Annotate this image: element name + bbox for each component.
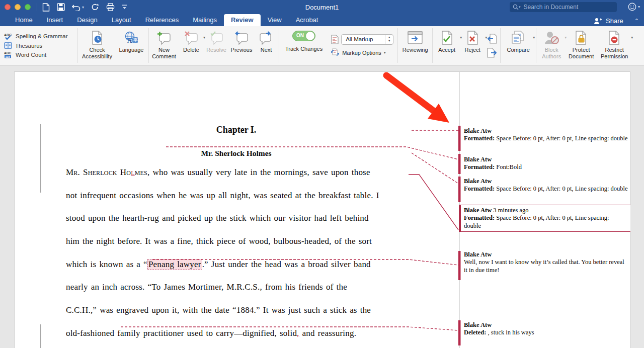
markup-view-stepper-icon[interactable]: ▲▼ <box>385 35 393 44</box>
tab-review[interactable]: Review <box>224 14 261 26</box>
reject-change-icon <box>466 31 478 45</box>
reviewing-pane-button[interactable]: Reviewing <box>399 26 431 65</box>
proofing-group: ABC Spelling & Grammar Thesaurus ABC123 … <box>0 26 76 65</box>
new-comment-button[interactable]: New Comment <box>150 26 178 65</box>
tab-design[interactable]: Design <box>70 14 104 26</box>
search-input[interactable] <box>523 3 600 11</box>
svg-text:A: A <box>127 37 132 44</box>
share-button[interactable]: Share <box>606 17 623 25</box>
restrict-permission-button[interactable]: ▾ Restrict Permission <box>597 26 632 65</box>
previous-comment-button[interactable]: Previous <box>228 26 255 65</box>
revision-type-label: Formatted: <box>464 135 495 142</box>
thesaurus-button[interactable]: Thesaurus <box>4 42 73 49</box>
track-changes-label: Track Changes <box>285 46 323 52</box>
search-icon <box>513 4 519 10</box>
ribbon-review: ABC Spelling & Grammar Thesaurus ABC123 … <box>0 26 644 65</box>
delete-comment-icon <box>184 31 198 45</box>
body-line-6[interactable]: nearly an inch across. “To James Mortime… <box>66 282 347 292</box>
resolve-comment-button[interactable]: Resolve <box>204 26 228 65</box>
tab-layout[interactable]: Layout <box>105 14 138 26</box>
protect-document-button[interactable]: Protect Document <box>566 26 597 65</box>
compare-button[interactable]: ▾ Compare <box>502 26 535 65</box>
delete-comment-button[interactable]: ▾ Delete <box>178 26 204 65</box>
search-scope-caret-icon[interactable]: ▾ <box>519 5 521 9</box>
close-button[interactable] <box>5 4 11 10</box>
undo-icon[interactable]: ▾ <box>72 4 84 11</box>
ribbon-tabs: Home Insert Design Layout References Mai… <box>0 14 644 26</box>
body-line-4[interactable]: him the night before. It was a fine, thi… <box>66 236 372 246</box>
revision-balloon-selected[interactable]: Blake Atw 3 minutes agoFormatted: Space … <box>459 205 630 232</box>
revision-type-label: Deleted: <box>464 329 486 336</box>
revision-author: Blake Atw <box>464 321 492 328</box>
body-line-3[interactable]: stood upon the hearth-rug and picked up … <box>66 213 369 223</box>
markup-group: All Markup ▲▼ Markup Options ▾ <box>328 26 396 65</box>
chapter-heading[interactable]: Chapter I. <box>66 125 407 135</box>
markup-view-select[interactable]: All Markup ▲▼ <box>341 34 393 45</box>
reject-change-button[interactable]: ▾ Reject <box>460 26 485 65</box>
print-icon[interactable] <box>106 3 115 11</box>
language-globe-icon: A字 <box>124 31 138 44</box>
accept-change-button[interactable]: ▾ Accept <box>434 26 460 65</box>
revision-balloon[interactable]: Blake AtwDeleted: , stuck in his ways <box>464 321 629 337</box>
undo-caret-icon[interactable]: ▾ <box>82 5 84 10</box>
check-accessibility-button[interactable]: Check Accessibility <box>79 26 115 65</box>
markup-options-caret-icon[interactable]: ▾ <box>384 50 386 55</box>
tab-view[interactable]: View <box>261 14 289 26</box>
comment-balloon[interactable]: Blake AtwWell, now I want to know why it… <box>464 251 629 274</box>
revision-balloon[interactable]: Blake AtwFormatted: Space Before: 0 pt, … <box>464 178 629 193</box>
protect-document-icon <box>575 31 588 45</box>
body-line-2[interactable]: not infrequent occasions when he was up … <box>66 191 379 201</box>
spelling-grammar-button[interactable]: ABC Spelling & Grammar <box>4 33 73 40</box>
collapse-ribbon-icon[interactable]: ⌃ <box>634 18 639 24</box>
tab-acrobat[interactable]: Acrobat <box>289 14 326 26</box>
window-controls <box>5 4 31 10</box>
block-authors-icon <box>544 31 559 44</box>
revision-balloon[interactable]: Blake AtwFormatted: Space Before: 0 pt, … <box>464 127 629 143</box>
reviewing-pane-icon <box>408 31 423 44</box>
reject-caret-icon[interactable]: ▾ <box>485 35 487 40</box>
word-count-icon: ABC123 <box>4 51 13 58</box>
body-line-8[interactable]: old-fashioned family practitioner used t… <box>66 328 356 338</box>
revision-author: Blake Atw <box>464 156 492 163</box>
search-box[interactable]: ▾ <box>510 2 617 12</box>
next-change-button[interactable] <box>487 48 497 58</box>
save-icon[interactable] <box>57 3 65 11</box>
minimize-button[interactable] <box>15 4 21 10</box>
previous-change-button[interactable] <box>487 34 497 44</box>
redo-icon[interactable] <box>91 3 99 11</box>
word-count-button[interactable]: ABC123 Word Count <box>4 51 73 58</box>
toggle-knob[interactable] <box>306 32 314 40</box>
body-line-5[interactable]: which is known as a “Penang lawyer.” Jus… <box>66 259 371 270</box>
body-line-1[interactable]: Mr. Sherlock Holmes, who was usually ver… <box>66 167 370 178</box>
restrict-permission-caret-icon[interactable]: ▾ <box>631 35 633 40</box>
revision-balloon[interactable]: Blake AtwFormatted: Font:Bold <box>464 156 629 171</box>
track-changes-toggle[interactable]: ON <box>292 31 315 41</box>
svg-text:字: 字 <box>133 38 138 43</box>
feedback-caret-icon[interactable]: ▾ <box>638 5 640 9</box>
next-comment-button[interactable]: Next <box>255 26 278 65</box>
svg-text:ABC: ABC <box>4 51 11 55</box>
tab-home[interactable]: Home <box>8 14 40 26</box>
markup-options-button[interactable]: Markup Options ▾ <box>331 48 393 57</box>
compare-caret-icon[interactable]: ▾ <box>533 35 535 40</box>
revision-timestamp: 3 minutes ago <box>492 207 528 214</box>
tab-insert[interactable]: Insert <box>40 14 70 26</box>
toolbar-options-icon[interactable] <box>122 4 127 10</box>
tab-references[interactable]: References <box>138 14 186 26</box>
revision-type-label: Formatted: <box>464 163 495 170</box>
revision-author: Blake Atw <box>464 178 492 185</box>
comment-anchor-highlight: Penang lawyer <box>147 259 202 270</box>
language-button[interactable]: A字 Language <box>115 26 147 65</box>
revision-type-label: Formatted: <box>464 214 495 221</box>
revision-author: Blake Atw <box>464 207 492 214</box>
tab-mailings[interactable]: Mailings <box>186 14 224 26</box>
feedback-smiley-icon[interactable] <box>628 3 636 11</box>
section-heading[interactable]: Mr. Sherlock Holmes <box>66 149 407 158</box>
compare-icon <box>511 31 526 45</box>
body-line-7[interactable]: C.C.H.,” was engraved upon it, with the … <box>66 305 371 315</box>
share-person-icon <box>594 18 602 24</box>
block-authors-button[interactable]: ▾ Block Authors <box>537 26 566 65</box>
new-document-icon[interactable] <box>42 3 50 12</box>
markup-view-icon <box>331 35 339 44</box>
zoom-button[interactable] <box>25 4 31 10</box>
